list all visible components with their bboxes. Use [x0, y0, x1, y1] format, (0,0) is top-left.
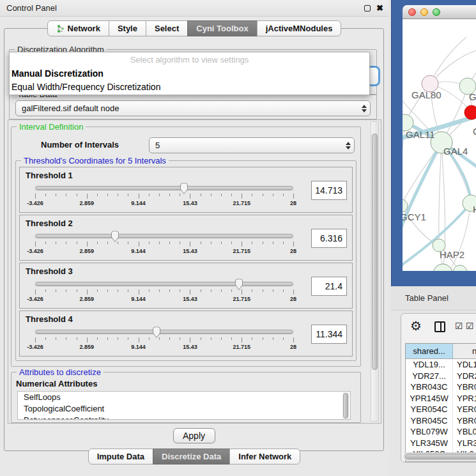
- numerical-attributes-list[interactable]: SelfLoopsTopologicalCoefficientBetweenne…: [17, 391, 351, 420]
- tab-discretize-data[interactable]: Discretize Data: [153, 449, 230, 464]
- thresholds-group-title: Threshold's Coordinates for 5 Intervals: [21, 156, 169, 165]
- cell-shared-name[interactable]: YDR27...: [406, 371, 453, 382]
- cell-shared-name[interactable]: YER054C: [406, 404, 453, 415]
- cell-name[interactable]: YLR3: [453, 438, 476, 449]
- float-window-icon[interactable]: [364, 5, 371, 12]
- threshold-sliders: Threshold 114.713-3.4262.8599.14415.4321…: [19, 167, 353, 358]
- cell-shared-name[interactable]: YPR145W: [406, 393, 453, 404]
- table-row[interactable]: YBR043CYBR0: [406, 381, 476, 393]
- cell-shared-name[interactable]: YBR045C: [406, 415, 453, 427]
- slider-ticks: [35, 194, 293, 199]
- tab-label: Discretize Data: [162, 452, 221, 461]
- table-row[interactable]: YPR145WYPR1: [406, 393, 476, 404]
- network-canvas[interactable]: GAL80GACGAL11GAL4GCY1HHAP2: [403, 19, 476, 271]
- table-row[interactable]: YBR045CYBR0: [406, 415, 476, 427]
- checkbox-checked-icon[interactable]: ☑: [466, 321, 474, 331]
- network-window-titlebar[interactable]: [403, 5, 476, 19]
- slider-track[interactable]: [35, 186, 293, 190]
- cell-name[interactable]: YER0: [453, 404, 476, 415]
- menu-item-equal-width-frequency-discretization[interactable]: Equal Width/Frequency Discretization: [10, 81, 369, 94]
- scrollbar-thumb[interactable]: [372, 134, 378, 370]
- slider-thumb[interactable]: [234, 279, 244, 291]
- checkbox-checked-icon[interactable]: ☑: [455, 321, 463, 331]
- slider-thumb[interactable]: [151, 326, 162, 339]
- minimize-traffic-light-icon[interactable]: [420, 8, 428, 16]
- slider-thumb[interactable]: [110, 231, 120, 243]
- control-panel-title: Control Panel: [6, 0, 57, 17]
- cell-name[interactable]: YBL0: [453, 426, 476, 438]
- slider-track[interactable]: [35, 330, 293, 334]
- control-panel: Control Panel ✖ NetworkStyleSelectCyni T…: [0, 0, 388, 476]
- interval-definition-group: Interval Definition Number of Intervals …: [11, 127, 361, 367]
- slider-tick-labels: -3.4262.8599.14415.4321.71528: [35, 344, 293, 351]
- attribute-item-topologicalcoefficient[interactable]: TopologicalCoefficient: [18, 403, 350, 415]
- threshold-4-slider[interactable]: -3.4262.8599.14415.4321.71528: [26, 326, 302, 356]
- attribute-item-selfloops[interactable]: SelfLoops: [18, 392, 350, 403]
- split-columns-icon[interactable]: [434, 321, 445, 332]
- slider-thumb[interactable]: [179, 183, 189, 195]
- tab-infer-network[interactable]: Infer Network: [229, 449, 300, 464]
- network-edge[interactable]: [403, 123, 405, 193]
- network-icon: [56, 24, 65, 33]
- tab-style[interactable]: Style: [109, 20, 146, 36]
- node-label-gal11: GAL11: [406, 129, 435, 140]
- cell-name[interactable]: YPR1: [453, 393, 476, 404]
- cell-shared-name[interactable]: YBR043C: [406, 381, 453, 393]
- zoom-traffic-light-icon[interactable]: [433, 8, 440, 16]
- tab-impute-data[interactable]: Impute Data: [88, 449, 153, 464]
- cell-shared-name[interactable]: YLR345W: [406, 438, 453, 449]
- settings-vertical-scrollbar[interactable]: [371, 121, 379, 422]
- threshold-3-value-field[interactable]: 21.4: [311, 277, 347, 296]
- cell-shared-name[interactable]: YBL079W: [406, 426, 453, 438]
- table-row[interactable]: YDL19...YDL1: [406, 359, 476, 371]
- table-row[interactable]: YER054CYER0: [406, 404, 476, 415]
- cell-name[interactable]: YBR0: [453, 415, 476, 427]
- cell-name[interactable]: YDL1: [453, 359, 476, 371]
- table-data-combo[interactable]: galFiltered.sif default node: [15, 100, 371, 116]
- table-row[interactable]: YDR27...YDR2: [406, 371, 476, 382]
- table-row[interactable]: YBL079WYBL0: [406, 426, 476, 438]
- threshold-panel-1: Threshold 114.713-3.4262.8599.14415.4321…: [19, 167, 353, 213]
- network-node-selected-red-node[interactable]: [464, 105, 476, 119]
- table-horizontal-scrollbar[interactable]: [404, 452, 476, 461]
- scrollbar-thumb[interactable]: [405, 454, 476, 459]
- table-row[interactable]: YLR345WYLR3: [406, 438, 476, 449]
- tab-network[interactable]: Network: [47, 20, 109, 36]
- number-of-intervals-combo[interactable]: 5: [149, 137, 355, 153]
- threshold-1-value-field[interactable]: 14.713: [311, 181, 347, 200]
- network-edge[interactable]: [439, 142, 441, 245]
- node-attribute-table[interactable]: shared...naYDL19...YDL1YDR27...YDR2YBR04…: [405, 343, 476, 462]
- network-node-node-bottom-1[interactable]: [433, 264, 452, 271]
- threshold-2-slider[interactable]: -3.4262.8599.14415.4321.71528: [26, 231, 302, 260]
- close-icon[interactable]: ✖: [376, 5, 383, 12]
- tab-select[interactable]: Select: [146, 20, 188, 36]
- table-panel-toolbar: ⚙ ☑ ☑: [401, 314, 476, 342]
- list-scrollbar[interactable]: [342, 392, 349, 420]
- column-header-name[interactable]: na: [453, 344, 476, 358]
- slider-tick-labels: -3.4262.8599.14415.4321.71528: [35, 200, 293, 207]
- tab-label: jActiveMNodules: [266, 24, 333, 33]
- threshold-4-value-field[interactable]: 11.344: [311, 325, 347, 344]
- cell-name[interactable]: YDR2: [453, 371, 476, 382]
- control-panel-titlebar[interactable]: Control Panel ✖: [0, 0, 388, 17]
- threshold-2-value-field[interactable]: 6.316: [311, 229, 347, 248]
- close-traffic-light-icon[interactable]: [408, 8, 416, 16]
- tab-cyni-toolbox[interactable]: Cyni Toolbox: [187, 20, 257, 36]
- network-edge[interactable]: [430, 37, 466, 84]
- menu-item-manual-discretization[interactable]: Manual Discretization: [10, 67, 369, 81]
- table-panel-title: Table Panel: [405, 286, 449, 311]
- slider-track[interactable]: [35, 234, 293, 238]
- tab-jactivemnodules[interactable]: jActiveMNodules: [257, 20, 342, 36]
- apply-button[interactable]: Apply: [173, 428, 215, 443]
- cell-name[interactable]: YBR0: [453, 381, 476, 393]
- network-node-node-bottom-2[interactable]: [453, 265, 467, 271]
- column-header-shared-name[interactable]: shared...: [406, 344, 453, 358]
- threshold-3-slider[interactable]: -3.4262.8599.14415.4321.71528: [26, 279, 302, 308]
- gear-icon[interactable]: ⚙: [410, 318, 422, 334]
- network-edge-highlighted[interactable]: [403, 142, 441, 238]
- slider-track[interactable]: [35, 282, 293, 286]
- cell-shared-name[interactable]: YDL19...: [406, 359, 453, 371]
- threshold-1-slider[interactable]: -3.4262.8599.14415.4321.71528: [26, 183, 302, 212]
- attribute-item-betweennesscentrality[interactable]: BetweennessCentrality: [18, 415, 350, 420]
- application-window: Control Panel ✖ NetworkStyleSelectCyni T…: [0, 0, 476, 476]
